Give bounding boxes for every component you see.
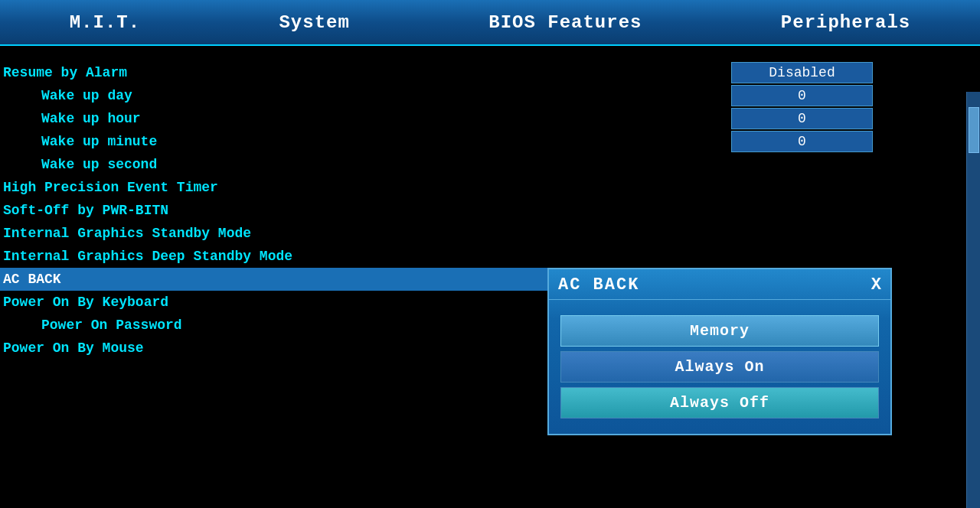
value-wake-minute: 0 (731, 131, 873, 152)
row-wake-day[interactable]: Wake up day 0 (0, 84, 980, 107)
value-wake-hour: 0 (731, 108, 873, 129)
label-wake-second: Wake up second (3, 157, 157, 172)
label-int-graphics-deep: Internal Graphics Deep Standby Mode (3, 249, 292, 264)
nav-mit[interactable]: M.I.T. (54, 6, 155, 39)
row-ac-back[interactable]: AC BACK (0, 268, 551, 291)
popup-close-button[interactable]: X (871, 275, 881, 295)
row-wake-hour[interactable]: Wake up hour 0 (0, 107, 980, 130)
value-wake-day: 0 (731, 85, 873, 106)
row-wake-second[interactable]: Wake up second (0, 153, 980, 176)
label-wake-day: Wake up day (3, 88, 132, 103)
popup-body: Memory Always On Always Off (549, 300, 890, 434)
label-wake-minute: Wake up minute (3, 134, 157, 149)
label-ac-back: AC BACK (3, 272, 61, 287)
row-int-graphics-standby[interactable]: Internal Graphics Standby Mode (0, 222, 980, 245)
popup-header: AC BACK X (549, 269, 890, 300)
label-hpet: High Precision Event Timer (3, 180, 218, 195)
ac-back-popup: AC BACK X Memory Always On Always Off (547, 268, 892, 435)
row-hpet[interactable]: High Precision Event Timer (0, 176, 980, 199)
label-int-graphics-standby: Internal Graphics Standby Mode (3, 226, 251, 241)
nav-system[interactable]: System (263, 6, 364, 39)
scrollbar[interactable] (966, 92, 980, 508)
main-content: Resume by Alarm Disabled Wake up day 0 W… (0, 46, 980, 508)
popup-option-memory[interactable]: Memory (560, 315, 879, 347)
popup-title: AC BACK (558, 275, 639, 295)
row-int-graphics-deep[interactable]: Internal Graphics Deep Standby Mode (0, 245, 980, 268)
label-wake-hour: Wake up hour (3, 111, 141, 126)
nav-bios-features[interactable]: BIOS Features (473, 6, 657, 39)
label-power-password: Power On Password (3, 318, 182, 333)
row-wake-minute[interactable]: Wake up minute 0 (0, 130, 980, 153)
popup-option-always-off[interactable]: Always Off (560, 387, 879, 418)
top-navigation: M.I.T. System BIOS Features Peripherals (0, 0, 980, 46)
label-power-keyboard: Power On By Keyboard (3, 295, 168, 310)
label-resume-alarm: Resume by Alarm (3, 65, 127, 80)
value-resume-alarm: Disabled (731, 62, 873, 83)
scrollbar-thumb[interactable] (969, 107, 979, 153)
row-soft-off[interactable]: Soft-Off by PWR-BITN (0, 199, 980, 222)
nav-peripherals[interactable]: Peripherals (766, 6, 926, 39)
label-soft-off: Soft-Off by PWR-BITN (3, 203, 168, 218)
popup-option-always-on[interactable]: Always On (560, 351, 879, 383)
row-resume-alarm[interactable]: Resume by Alarm Disabled (0, 61, 980, 84)
label-power-mouse: Power On By Mouse (3, 340, 144, 356)
